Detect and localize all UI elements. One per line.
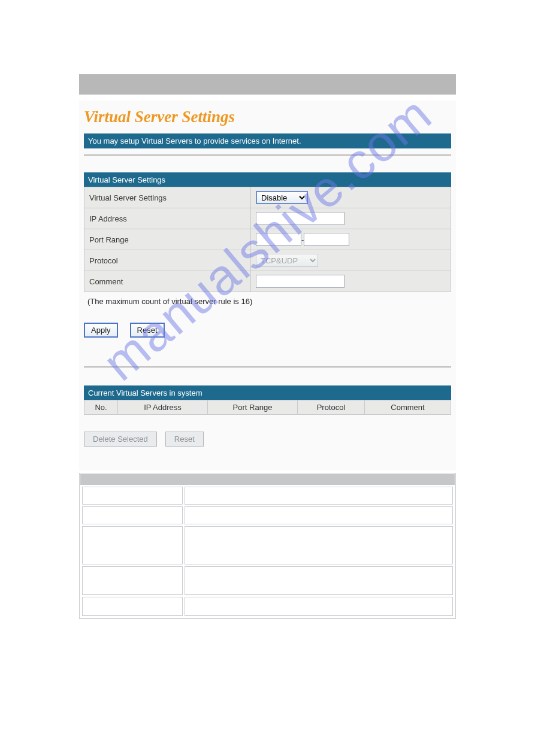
col-ip: IP Address	[118, 400, 208, 415]
apply-button[interactable]: Apply	[84, 323, 118, 338]
col-no: No.	[84, 400, 118, 415]
vserver-label: Virtual Server Settings	[84, 187, 251, 208]
protocol-label: Protocol	[84, 250, 251, 271]
bottom-panel	[79, 473, 456, 619]
reset-button-2: Reset	[165, 432, 204, 447]
col-protocol: Protocol	[298, 400, 365, 415]
top-gray-bar	[79, 74, 456, 95]
port-label: Port Range	[84, 229, 251, 250]
grid-cell	[82, 487, 183, 505]
port-to-input[interactable]	[304, 233, 349, 246]
grid-cell	[82, 566, 183, 595]
intro-bar: You may setup Virtual Servers to provide…	[84, 133, 451, 148]
separator	[84, 154, 451, 156]
delete-selected-button: Delete Selected	[84, 432, 157, 447]
reset-button[interactable]: Reset	[130, 323, 165, 338]
grid-cell	[185, 526, 453, 564]
grid-cell	[82, 506, 183, 524]
port-from-input[interactable]	[256, 233, 301, 246]
comment-label: Comment	[84, 271, 251, 292]
col-comment: Comment	[365, 400, 451, 415]
ip-label: IP Address	[84, 208, 251, 229]
max-count-note: (The maximum count of virtual server rul…	[84, 292, 451, 306]
ip-input[interactable]	[256, 212, 344, 225]
grid-cell	[185, 506, 453, 524]
protocol-select: TCP&UDP	[256, 254, 318, 267]
col-port: Port Range	[208, 400, 298, 415]
settings-header: Virtual Server Settings	[84, 172, 451, 187]
vserver-select[interactable]: Disable	[256, 191, 308, 204]
bottom-gray-bar	[80, 474, 455, 485]
page-title: Virtual Server Settings	[84, 104, 451, 133]
settings-table: Virtual Server Settings Disable IP Addre…	[84, 187, 451, 292]
empty-grid	[80, 485, 455, 618]
comment-input[interactable]	[256, 275, 344, 288]
grid-cell	[82, 526, 183, 564]
current-header: Current Virtual Servers in system	[84, 385, 451, 400]
grid-cell	[82, 597, 183, 616]
current-table: No. IP Address Port Range Protocol Comme…	[84, 400, 451, 415]
grid-cell	[185, 487, 453, 505]
grid-cell	[185, 597, 453, 616]
separator-2	[84, 366, 451, 368]
grid-cell	[185, 566, 453, 595]
